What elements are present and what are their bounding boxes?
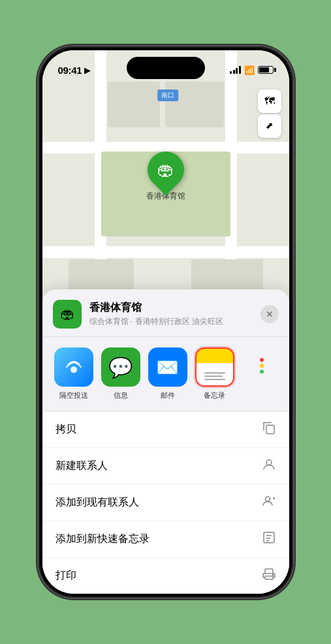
action-print[interactable]: 打印 [42, 558, 289, 594]
map-label: 南口 [157, 89, 178, 101]
location-arrow-icon: ▶ [84, 65, 91, 75]
notes-lines [204, 372, 225, 380]
more-dots [257, 353, 266, 379]
print-label: 打印 [55, 569, 76, 583]
airdrop-icon[interactable] [54, 347, 93, 387]
map-view-button[interactable]: 🗺 [258, 89, 281, 113]
mail-icon[interactable]: ✉️ [148, 347, 187, 387]
new-contact-icon [262, 457, 276, 475]
svg-point-12 [272, 575, 273, 575]
stadium-icon: 🏟 [157, 160, 174, 180]
mail-label: 邮件 [161, 391, 175, 400]
notes-label: 备忘录 [204, 391, 225, 400]
share-item-message[interactable]: 💬 信息 [100, 347, 142, 400]
share-item-notes[interactable]: 备忘录 [194, 347, 236, 400]
venue-avatar: 🏟 [53, 300, 82, 329]
venue-info: 香港体育馆 综合体育馆 · 香港特别行政区 油尖旺区 [89, 301, 260, 327]
add-existing-label: 添加到现有联系人 [55, 496, 139, 509]
location-button[interactable]: ⬆ [258, 114, 281, 138]
map-icon: 🗺 [264, 95, 275, 107]
signal-bars-icon [230, 66, 241, 74]
phone-screen: 09:41 ▶ 📶 [42, 50, 289, 594]
pin-bubble: 🏟 [140, 144, 191, 195]
phone-frame: 09:41 ▶ 📶 [39, 46, 293, 598]
quick-note-label: 添加到新快速备忘录 [55, 532, 150, 546]
compass-icon: ⬆ [263, 120, 276, 133]
action-quick-note[interactable]: 添加到新快速备忘录 [42, 521, 289, 558]
bottom-sheet: 🏟 香港体育馆 综合体育馆 · 香港特别行政区 油尖旺区 ✕ [42, 289, 289, 594]
message-icon[interactable]: 💬 [101, 347, 140, 387]
notes-icon[interactable] [195, 347, 234, 387]
sheet-header: 🏟 香港体育馆 综合体育馆 · 香港特别行政区 油尖旺区 ✕ [42, 289, 289, 337]
map-block-2 [165, 82, 224, 127]
venue-name: 香港体育馆 [89, 301, 260, 315]
map-controls[interactable]: 🗺 ⬆ [258, 89, 281, 138]
share-item-more[interactable] [241, 347, 283, 400]
new-contact-label: 新建联系人 [55, 459, 108, 473]
map-block-1 [108, 82, 160, 127]
action-copy[interactable]: 拷贝 [42, 411, 289, 448]
dynamic-island [127, 57, 205, 79]
print-icon [262, 567, 276, 585]
map-road-h2 [42, 246, 289, 258]
svg-point-3 [265, 497, 270, 502]
action-add-existing[interactable]: 添加到现有联系人 [42, 485, 289, 521]
share-item-mail[interactable]: ✉️ 邮件 [147, 347, 189, 400]
share-row: 隔空投送 💬 信息 ✉️ 邮件 [42, 337, 289, 411]
status-icons: 📶 [230, 65, 274, 75]
svg-rect-1 [266, 425, 274, 434]
svg-rect-11 [265, 576, 273, 579]
battery-icon [258, 66, 274, 74]
svg-rect-10 [265, 569, 273, 573]
share-item-airdrop[interactable]: 隔空投送 [53, 347, 95, 400]
venue-avatar-icon: 🏟 [60, 306, 74, 323]
venue-subtitle: 综合体育馆 · 香港特别行政区 油尖旺区 [89, 316, 260, 327]
add-contact-icon [262, 494, 276, 511]
status-time: 09:41 [58, 65, 82, 76]
quick-note-icon [262, 530, 276, 548]
svg-point-0 [71, 366, 77, 373]
message-label: 信息 [114, 391, 128, 400]
action-new-contact[interactable]: 新建联系人 [42, 448, 289, 485]
svg-point-2 [266, 460, 272, 465]
action-list: 拷贝 新建联系人 [42, 411, 289, 594]
venue-pin: 🏟 香港体育馆 [146, 152, 185, 202]
copy-label: 拷贝 [55, 423, 76, 436]
airdrop-label: 隔空投送 [59, 391, 88, 400]
copy-icon [262, 421, 276, 438]
wifi-icon: 📶 [244, 65, 255, 75]
close-button[interactable]: ✕ [260, 305, 279, 323]
